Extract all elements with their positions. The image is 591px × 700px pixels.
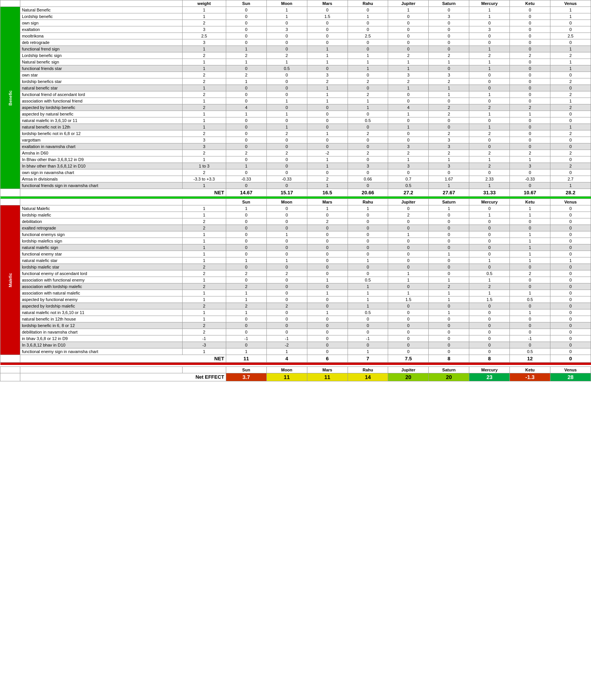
mercury-header-3: Mercury xyxy=(469,366,510,373)
cell: 0 xyxy=(550,309,591,316)
cell: 0.5 xyxy=(348,277,388,283)
cell: 1 xyxy=(469,91,510,98)
ne-mercury-cell: 23 xyxy=(469,373,510,381)
cell: 0 xyxy=(226,98,266,104)
cell: 1 xyxy=(307,52,348,59)
cell: 0 xyxy=(388,218,429,225)
cell: 1 xyxy=(510,244,550,251)
row-weight: 1 xyxy=(182,98,226,104)
malefic-row-4: functional enemys sign 1 0 1 0 0 1 0 0 1… xyxy=(0,231,591,238)
cell: 0.5 xyxy=(348,309,388,316)
cell: 1 xyxy=(469,111,510,117)
cell: 1 xyxy=(226,296,266,303)
saturn-header-2: Saturn xyxy=(429,199,469,205)
cell: 1 xyxy=(510,111,550,117)
cell: 0 xyxy=(348,225,388,231)
row-label: natural benefic in 12th house xyxy=(20,316,183,322)
benefic-row-27: functional friends sign in navamsha char… xyxy=(0,182,591,189)
cell: 0 xyxy=(429,329,469,335)
cell: 0 xyxy=(388,342,429,348)
cell: 2 xyxy=(429,130,469,137)
row-label: association with natural malefic xyxy=(20,290,183,296)
cell: 0 xyxy=(388,316,429,322)
cell: 1 xyxy=(348,283,388,290)
row-weight: 1 xyxy=(182,124,226,130)
cell: 0 xyxy=(266,143,307,150)
net-cell: 8 xyxy=(429,355,469,363)
cell: 1 xyxy=(510,156,550,163)
cell: 0 xyxy=(510,182,550,189)
row-weight: 1 xyxy=(182,296,226,303)
row-weight: 2 xyxy=(182,322,226,329)
cell: 1 xyxy=(348,98,388,104)
cell: 3 xyxy=(429,143,469,150)
cell: 1 xyxy=(469,65,510,72)
cell: 0 xyxy=(266,46,307,52)
row-label: lordship malefic xyxy=(20,212,183,218)
benefic-row-25: own sign in navamsha chart 2 0 0 0 0 0 0… xyxy=(0,169,591,176)
cell: 0 xyxy=(429,46,469,52)
weight-header-3 xyxy=(182,366,226,373)
row-label: natural benefic star xyxy=(20,85,183,91)
cell: 3 xyxy=(388,143,429,150)
net-empty xyxy=(0,189,20,197)
cell: 0 xyxy=(469,329,510,335)
cell: 1 xyxy=(226,257,266,264)
net-cell: 14.67 xyxy=(226,189,266,197)
row-weight: -1 xyxy=(182,335,226,342)
cell: 0 xyxy=(348,26,388,33)
benefic-row-2: own sign 2 0 0 0 0 0 0 0 0 0 xyxy=(0,20,591,26)
cell: 2 xyxy=(266,270,307,277)
cell: 0 xyxy=(388,322,429,329)
row-weight: 2 xyxy=(182,20,226,26)
cell: 0 xyxy=(550,335,591,342)
row-weight: 2 xyxy=(182,264,226,270)
moon-header: Moon xyxy=(266,0,307,7)
cell: 3 xyxy=(429,72,469,78)
moon-header-3: Moon xyxy=(266,366,307,373)
cell: 1 xyxy=(348,65,388,72)
cell: 1 xyxy=(226,78,266,85)
cell: 0 xyxy=(226,277,266,283)
cell: 2 xyxy=(348,150,388,156)
cell: -1 xyxy=(266,335,307,342)
cell: 0 xyxy=(469,33,510,39)
venus-header-2: Venus xyxy=(550,199,591,205)
cell: 1 xyxy=(266,7,307,13)
cell: 2 xyxy=(469,104,510,111)
malefic-row-13: association with natural malefic 1 1 0 1… xyxy=(0,290,591,296)
cell: 0 xyxy=(550,111,591,117)
cell: 0 xyxy=(429,322,469,329)
cell: 1.5 xyxy=(469,296,510,303)
cell: 0 xyxy=(388,238,429,244)
cell: 0 xyxy=(266,316,307,322)
cell: 3 xyxy=(388,72,429,78)
row-label: functional frend sign xyxy=(20,46,183,52)
cell: 0 xyxy=(388,303,429,309)
cell: 0 xyxy=(266,205,307,212)
cell: 0 xyxy=(469,20,510,26)
cell: 0 xyxy=(429,225,469,231)
cell: 0 xyxy=(388,264,429,270)
cell: 1 xyxy=(429,277,469,283)
row-label: own sign xyxy=(20,20,183,26)
cell: 0 xyxy=(388,335,429,342)
cell: 1 xyxy=(388,270,429,277)
cell: 0 xyxy=(266,72,307,78)
cell: 0 xyxy=(226,33,266,39)
cell: 1 xyxy=(550,59,591,65)
cell: 2 xyxy=(550,130,591,137)
cell: 0 xyxy=(429,257,469,264)
cell: 0 xyxy=(510,72,550,78)
cell: 0 xyxy=(550,218,591,225)
cell: 0 xyxy=(469,238,510,244)
cell: 2 xyxy=(388,52,429,59)
cell: 1 xyxy=(226,46,266,52)
cell: 0 xyxy=(388,33,429,39)
row-weight: 1 xyxy=(182,7,226,13)
cell: 0 xyxy=(469,322,510,329)
cell: 3 xyxy=(388,163,429,169)
row-weight: 1 xyxy=(182,257,226,264)
cell: 1 xyxy=(388,156,429,163)
row-label: functional friends star xyxy=(20,65,183,72)
